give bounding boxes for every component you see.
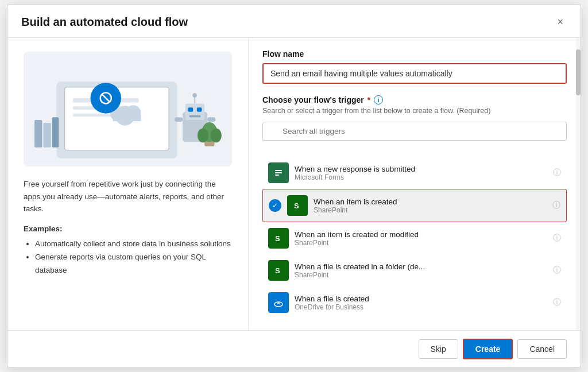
trigger-section-header: Choose your flow's trigger * i	[262, 95, 567, 104]
trigger-text-sp-created: When an item is created SharePoint	[314, 197, 547, 214]
cancel-button[interactable]: Cancel	[517, 339, 567, 359]
trigger-app-sp-folder: SharePoint	[295, 271, 547, 279]
illustration	[24, 52, 232, 166]
trigger-info-btn-sp-folder[interactable]: ⓘ	[553, 265, 561, 276]
svg-rect-14	[43, 123, 51, 148]
trigger-hint: Search or select a trigger from the list…	[262, 107, 567, 115]
svg-rect-9	[113, 115, 141, 121]
trigger-app-sp-created: SharePoint	[314, 206, 547, 214]
trigger-info-icon[interactable]: i	[374, 95, 383, 104]
examples-title: Examples:	[24, 224, 232, 233]
trigger-app-od: OneDrive for Business	[295, 303, 547, 311]
trigger-app-forms: Microsoft Forms	[295, 173, 547, 181]
trigger-app-sp-modified: SharePoint	[295, 239, 547, 247]
triggers-list: When a new response is submitted Microso…	[262, 157, 567, 319]
dialog-body: Free yourself from repetitive work just …	[7, 38, 581, 330]
trigger-info-btn-sp-created[interactable]: ⓘ	[552, 200, 560, 211]
trigger-icon-sharepoint2: S	[268, 228, 289, 249]
example-item: Automatically collect and store data in …	[35, 238, 232, 251]
svg-rect-30	[275, 170, 282, 171]
svg-rect-20	[189, 115, 200, 118]
skip-button[interactable]: Skip	[419, 339, 458, 359]
example-item: Generate reports via custom queries on y…	[35, 251, 232, 277]
trigger-text-od: When a file is created OneDrive for Busi…	[295, 294, 547, 311]
flow-name-input[interactable]	[262, 63, 567, 84]
svg-rect-32	[275, 175, 279, 176]
svg-rect-17	[185, 103, 204, 120]
build-flow-dialog: Build an automated cloud flow ×	[7, 4, 581, 368]
trigger-name-sp-folder: When a file is created in a folder (de..…	[295, 262, 547, 271]
trigger-name-sp-modified: When an item is created or modified	[295, 230, 547, 239]
search-triggers-input[interactable]	[262, 122, 567, 141]
trigger-label-text: Choose your flow's trigger	[262, 95, 364, 104]
create-button[interactable]: Create	[463, 339, 513, 359]
trigger-info-btn-sp-modified[interactable]: ⓘ	[553, 233, 561, 243]
dialog-header: Build an automated cloud flow ×	[7, 5, 581, 38]
right-panel: Flow name Choose your flow's trigger * i…	[249, 38, 581, 330]
svg-rect-19	[197, 107, 202, 112]
svg-rect-31	[275, 172, 282, 173]
svg-rect-23	[175, 117, 183, 122]
trigger-item-sp-item-created[interactable]: ✓ S When an item is created SharePoint ⓘ	[262, 189, 567, 222]
trigger-text-forms: When a new response is submitted Microso…	[295, 165, 547, 181]
close-button[interactable]: ×	[554, 15, 567, 29]
svg-rect-18	[188, 107, 194, 112]
svg-rect-24	[207, 117, 215, 122]
trigger-item-sp-file-folder[interactable]: S When a file is created in a folder (de…	[262, 254, 567, 286]
trigger-icon-onedrive	[268, 292, 289, 313]
trigger-name-forms: When a new response is submitted	[295, 165, 547, 173]
trigger-item-od-file-created[interactable]: When a file is created OneDrive for Busi…	[262, 286, 567, 319]
left-panel: Free yourself from repetitive work just …	[7, 38, 249, 330]
trigger-text-sp-folder: When a file is created in a folder (de..…	[295, 262, 547, 279]
trigger-icon-sharepoint3: S	[268, 260, 289, 281]
svg-text:S: S	[275, 234, 280, 243]
trigger-selected-check: ✓	[269, 199, 281, 212]
trigger-item-sp-item-modified[interactable]: S When an item is created or modified Sh…	[262, 222, 567, 254]
svg-point-22	[192, 93, 197, 98]
search-wrapper: 🔍	[262, 122, 567, 149]
trigger-info-btn-forms[interactable]: ⓘ	[553, 168, 561, 178]
trigger-text-sp-modified: When an item is created or modified Shar…	[295, 230, 547, 247]
examples-list: Automatically collect and store data in …	[24, 238, 232, 277]
scrollbar-thumb	[576, 49, 581, 95]
svg-point-28	[211, 128, 222, 142]
svg-text:S: S	[275, 266, 280, 275]
trigger-icon-forms	[268, 162, 289, 183]
svg-point-27	[198, 128, 208, 142]
dialog-title: Build an automated cloud flow	[21, 16, 188, 29]
flow-name-label: Flow name	[262, 49, 567, 59]
trigger-icon-sharepoint: S	[287, 195, 308, 216]
required-star: *	[368, 95, 370, 104]
dialog-footer: Skip Create Cancel	[7, 330, 581, 367]
svg-rect-13	[34, 120, 42, 148]
trigger-item-forms-response[interactable]: When a new response is submitted Microso…	[262, 157, 567, 189]
trigger-info-btn-od[interactable]: ⓘ	[553, 297, 561, 308]
scrollbar[interactable]	[576, 38, 581, 330]
trigger-name-od: When a file is created	[295, 294, 547, 303]
svg-rect-15	[52, 117, 59, 148]
left-description: Free yourself from repetitive work just …	[24, 178, 232, 215]
svg-text:S: S	[294, 202, 299, 210]
trigger-name-sp-created: When an item is created	[314, 197, 547, 206]
